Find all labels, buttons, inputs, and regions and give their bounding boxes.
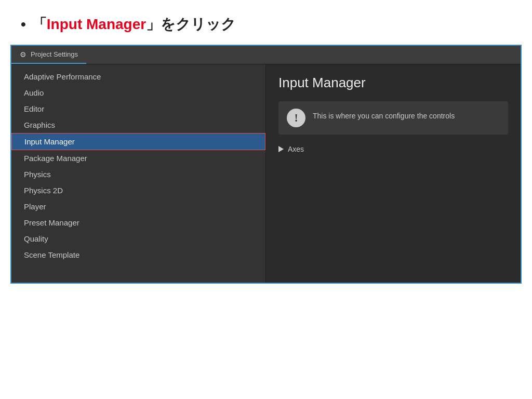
info-text: This is where you can configure the cont… bbox=[313, 109, 455, 120]
sidebar-item-input-manager[interactable]: Input Manager bbox=[11, 133, 265, 150]
info-box: ! This is where you can configure the co… bbox=[278, 101, 508, 135]
instruction-prefix: 「 bbox=[32, 15, 47, 34]
sidebar-item-scene-template[interactable]: Scene Template bbox=[11, 247, 265, 263]
sidebar-item-physics-2d[interactable]: Physics 2D bbox=[11, 182, 265, 198]
panel-title: Input Manager bbox=[278, 75, 508, 91]
sidebar: Adaptive Performance Audio Editor Graphi… bbox=[11, 64, 266, 283]
main-panel: Input Manager ! This is where you can co… bbox=[266, 64, 521, 283]
instruction-area: • 「Input Manager」をクリック bbox=[0, 0, 532, 45]
bullet-point: • bbox=[21, 16, 26, 33]
project-settings-tab[interactable]: ⚙ Project Settings bbox=[11, 46, 86, 64]
sidebar-item-editor[interactable]: Editor bbox=[11, 101, 265, 117]
axes-label: Axes bbox=[288, 145, 304, 153]
sidebar-item-physics[interactable]: Physics bbox=[11, 166, 265, 182]
sidebar-item-audio[interactable]: Audio bbox=[11, 85, 265, 101]
sidebar-item-package-manager[interactable]: Package Manager bbox=[11, 150, 265, 166]
unity-window: ⚙ Project Settings Adaptive Performance … bbox=[10, 45, 522, 284]
info-icon: ! bbox=[287, 109, 305, 127]
instruction-highlight: Input Manager bbox=[47, 16, 146, 33]
tab-label: Project Settings bbox=[31, 50, 78, 58]
gear-icon: ⚙ bbox=[20, 50, 26, 59]
window-body: Adaptive Performance Audio Editor Graphi… bbox=[11, 64, 521, 283]
instruction-line: • 「Input Manager」をクリック bbox=[21, 15, 511, 34]
sidebar-item-preset-manager[interactable]: Preset Manager bbox=[11, 215, 265, 231]
sidebar-item-adaptive-performance[interactable]: Adaptive Performance bbox=[11, 69, 265, 85]
title-bar: ⚙ Project Settings bbox=[11, 46, 521, 64]
instruction-suffix: 」をクリック bbox=[146, 15, 236, 34]
axes-row[interactable]: Axes bbox=[278, 145, 508, 153]
sidebar-item-quality[interactable]: Quality bbox=[11, 231, 265, 247]
sidebar-item-graphics[interactable]: Graphics bbox=[11, 117, 265, 133]
sidebar-item-player[interactable]: Player bbox=[11, 198, 265, 215]
collapse-icon bbox=[278, 146, 284, 152]
